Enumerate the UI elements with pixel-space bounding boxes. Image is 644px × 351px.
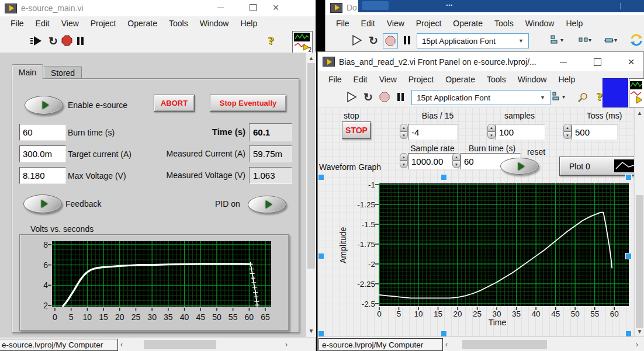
menu-item-operate[interactable]: Operate (122, 17, 163, 30)
minimize-button[interactable] (211, 0, 230, 15)
selection-handle[interactable] (318, 253, 324, 259)
abort-execution-button[interactable] (60, 34, 74, 48)
menu-item-file[interactable]: File (330, 17, 355, 30)
menu-item-view[interactable]: View (373, 73, 403, 86)
selection-handle[interactable] (625, 253, 632, 259)
run-continuously-button[interactable]: ↻ (46, 34, 60, 48)
menu-item-window[interactable]: Window (520, 17, 560, 30)
selection-handle[interactable] (441, 174, 447, 180)
svg-text:6: 6 (43, 260, 48, 270)
toss-input[interactable]: 500 (572, 124, 618, 140)
font-selector[interactable]: 15pt Application Font ▼ (411, 90, 550, 105)
scroll-up-arrow[interactable]: ▲ (635, 109, 644, 117)
pause-button[interactable] (400, 33, 414, 47)
hscroll-left-arrow[interactable]: ‹ (442, 338, 451, 350)
maximize-button[interactable] (588, 54, 607, 69)
menu-item-tools[interactable]: Tools (489, 17, 520, 30)
menu-item-project[interactable]: Project (85, 17, 122, 30)
run-button[interactable] (350, 33, 364, 47)
maximize-button[interactable] (244, 0, 262, 15)
distribute-objects-button[interactable]: ▾ (578, 34, 591, 45)
vertical-scrollbar[interactable]: ▲ ▼ (634, 107, 644, 336)
svg-text:-2: -2 (368, 260, 375, 269)
bias-spinner[interactable]: ▲▼ (400, 124, 408, 139)
search-icon[interactable] (576, 91, 590, 105)
align-objects-button[interactable]: ▾ (552, 91, 565, 102)
sample-rate-input[interactable]: 1000.00 (408, 153, 458, 169)
abort-button[interactable]: ABORT (154, 95, 195, 112)
close-button[interactable]: × (266, 0, 285, 15)
pid-on-toggle[interactable] (248, 196, 286, 213)
minimize-button[interactable] (554, 54, 573, 69)
burn-time-spinner[interactable]: ▲▼ (452, 153, 461, 168)
menu-item-operate[interactable]: Operate (447, 17, 489, 30)
menu-item-tools[interactable]: Tools (163, 17, 194, 30)
toss-spinner[interactable]: ▲▼ (563, 124, 572, 139)
vi-icon-thumbnail[interactable] (629, 78, 644, 107)
max-voltage-input[interactable]: 8.180 (19, 167, 66, 184)
menu-item-help[interactable]: Help (552, 73, 581, 86)
menu-item-window[interactable]: Window (512, 73, 553, 86)
enable-esource-toggle[interactable] (25, 96, 63, 114)
vertical-scrollbar[interactable]: ▲ ▼ (306, 53, 316, 337)
scroll-thumb[interactable] (307, 63, 315, 269)
volts-graph[interactable]: 051015202530354045505560652468 (19, 234, 289, 331)
menu-item-window[interactable]: Window (194, 17, 235, 30)
menu-item-operate[interactable]: Operate (439, 73, 481, 86)
run-continuously-button[interactable]: ↻ (366, 33, 380, 47)
hscroll-thumb[interactable] (144, 340, 216, 349)
menu-item-tools[interactable]: Tools (481, 73, 512, 86)
burn-time-input[interactable]: 60 (19, 124, 66, 141)
menu-item-edit[interactable]: Edit (348, 73, 373, 86)
menu-item-edit[interactable]: Edit (355, 17, 381, 30)
menu-item-help[interactable]: Help (560, 17, 588, 30)
run-button[interactable] (29, 34, 43, 48)
hscroll-left-arrow[interactable]: ‹ (117, 339, 126, 350)
scroll-up-arrow[interactable]: ▲ (306, 54, 316, 62)
reorder-objects-button[interactable] (629, 33, 643, 47)
menu-item-edit[interactable]: Edit (30, 17, 56, 30)
menu-item-view[interactable]: View (381, 17, 410, 30)
selection-handle[interactable] (625, 174, 632, 180)
selection-handle[interactable] (318, 174, 324, 180)
menu-item-file[interactable]: File (323, 73, 348, 86)
hscroll-right-arrow[interactable]: › (282, 339, 291, 350)
abort-execution-button[interactable] (378, 90, 392, 104)
menu-item-view[interactable]: View (56, 17, 85, 30)
vi-icon-thumbnail[interactable]: 2 (292, 31, 313, 53)
samples-input[interactable]: 100 (496, 124, 545, 140)
scroll-thumb[interactable] (636, 195, 643, 328)
menu-item-project[interactable]: Project (410, 17, 448, 30)
menu-item-project[interactable]: Project (403, 73, 440, 86)
reset-toggle[interactable] (500, 158, 539, 175)
align-objects-button[interactable]: ▾ (550, 34, 563, 45)
close-button[interactable]: × (622, 54, 640, 69)
svg-text:45: 45 (551, 310, 560, 318)
samples-spinner[interactable]: ▲▼ (487, 124, 496, 139)
stop-button[interactable]: STOP (342, 121, 371, 139)
titlebar[interactable]: e-source_main.vi × (0, 0, 316, 16)
sample-rate-spinner[interactable]: ▲▼ (400, 153, 408, 168)
pause-button[interactable] (394, 90, 408, 104)
run-button[interactable] (345, 90, 359, 104)
menu-item-help[interactable]: Help (234, 17, 263, 30)
menu-item-file[interactable]: File (5, 17, 30, 30)
hscroll-thumb[interactable] (462, 340, 547, 349)
resize-objects-button[interactable]: ▾ (604, 34, 617, 45)
stop-eventually-button[interactable]: Stop Eventually (210, 95, 286, 112)
scroll-down-arrow[interactable]: ▼ (306, 326, 316, 335)
target-current-input[interactable]: 300.0m (19, 145, 66, 162)
feedback-toggle[interactable] (23, 194, 62, 213)
context-help-icon[interactable]: ? (264, 34, 278, 48)
font-selector[interactable]: 15pt Application Font ▼ (417, 33, 529, 48)
run-continuously-button[interactable]: ↻ (361, 90, 375, 104)
scroll-down-arrow[interactable]: ▼ (635, 327, 644, 335)
abort-execution-button[interactable] (383, 33, 398, 48)
titlebar[interactable]: Bias_and_read_v2.vi Front Panel on e-sou… (318, 52, 643, 71)
waveform-graph-plot[interactable]: 051015202530354045505560-2.5-2.25-2-1.75… (331, 173, 632, 326)
tab-stored[interactable]: Stored (44, 66, 82, 79)
tab-main[interactable]: Main (12, 64, 43, 79)
bias-input[interactable]: -4 (408, 124, 458, 140)
pause-button[interactable] (74, 34, 88, 48)
hscroll-right-arrow[interactable]: › (632, 338, 642, 350)
